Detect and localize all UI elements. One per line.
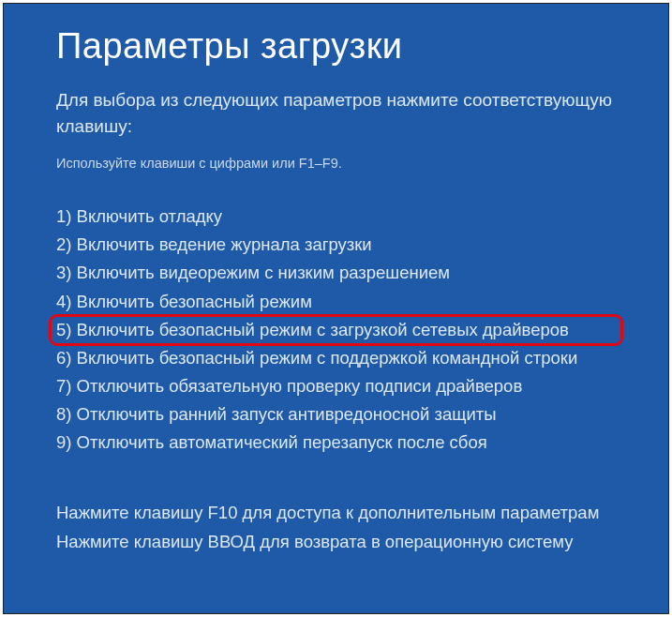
option-item[interactable]: 1) Включить отладку [56,203,616,231]
startup-settings-screen: Параметры загрузки Для выбора из следующ… [3,3,669,614]
options-list: 1) Включить отладку 2) Включить ведение … [56,203,616,457]
option-item[interactable]: 2) Включить ведение журнала загрузки [56,231,616,259]
hint-text: Используйте клавиши с цифрами или F1–F9. [56,156,616,171]
instruction-text: Для выбора из следующих параметров нажми… [56,87,616,139]
option-item[interactable]: 3) Включить видеорежим с низким разрешен… [56,259,616,287]
option-item[interactable]: 6) Включить безопасный режим с поддержко… [56,344,616,372]
option-item[interactable]: 8) Отключить ранний запуск антивредоносн… [56,400,616,429]
footer-instructions: Нажмите клавишу F10 для доступа к дополн… [56,500,616,555]
option-item-highlighted[interactable]: 5) Включить безопасный режим с загрузкой… [56,316,616,344]
option-item[interactable]: 9) Отключить автоматический перезапуск п… [56,429,616,457]
page-title: Параметры загрузки [56,26,616,67]
option-item[interactable]: 4) Включить безопасный режим [56,288,616,316]
footer-line-f10: Нажмите клавишу F10 для доступа к дополн… [56,500,616,527]
footer-line-enter: Нажмите клавишу ВВОД для возврата в опер… [56,529,616,556]
option-item[interactable]: 7) Отключить обязательную проверку подпи… [56,372,616,400]
